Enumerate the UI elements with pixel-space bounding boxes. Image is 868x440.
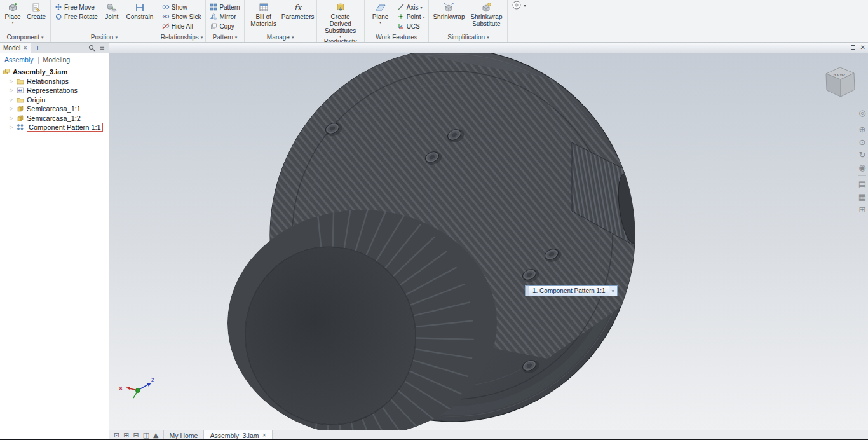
selection-tag-dropdown[interactable]: ▾	[609, 285, 618, 296]
tree-item-semicarcasa-1[interactable]: ▷ Semicarcasa_1:1	[0, 104, 109, 114]
panel-caption-pattern[interactable]: Pattern▾	[206, 32, 243, 42]
part-icon	[17, 105, 24, 113]
chevron-down-icon: ▾	[487, 35, 489, 40]
panel-caption-manage[interactable]: Manage▾	[245, 32, 316, 42]
tree-item-relationships[interactable]: ▷ Relationships	[0, 77, 109, 86]
full-navigation-wheel-icon[interactable]: ◎	[858, 108, 865, 118]
show-button[interactable]: Show	[161, 3, 203, 11]
axis-label: Axis	[407, 4, 419, 11]
bill-of-materials-icon	[258, 2, 269, 13]
orbit-icon[interactable]: ↻	[858, 150, 865, 160]
chevron-down-icon: ▾	[524, 3, 526, 8]
viewport-canvas[interactable]	[109, 53, 868, 430]
navbar-divider	[858, 175, 866, 176]
part-icon	[17, 114, 24, 122]
joint-button[interactable]: Joint	[101, 1, 123, 20]
ribbon-group-productivity: Create Derived Substitutes ▾ Productivit…	[317, 0, 365, 42]
viewcube[interactable]: TOP	[818, 60, 859, 100]
ribbon-group-component: Place ▾ Create Component▾	[0, 0, 51, 42]
ribbon-group-relationships: Show Show Sick Hide All Relationships▾	[158, 0, 207, 42]
shrinkwrap-button[interactable]: Shrinkwrap	[431, 1, 466, 20]
point-icon	[397, 13, 405, 20]
restore-icon[interactable]	[851, 45, 855, 50]
panel-caption-productivity[interactable]: Productivity	[317, 38, 364, 43]
bill-of-materials-button[interactable]: Bill of Materials	[247, 1, 280, 27]
panel-caption-work-features[interactable]: Work Features	[365, 32, 429, 42]
free-move-button[interactable]: Free Move	[53, 3, 99, 11]
new-browser-tab-button[interactable]: +	[31, 43, 44, 53]
selection-tag-label[interactable]: 1. Component Pattern 1:1	[529, 285, 609, 296]
tree-item-assembly-root[interactable]: Assembly_3.iam	[0, 67, 109, 77]
tree-item-component-pattern[interactable]: ▷ Component Pattern 1:1	[0, 123, 109, 132]
pattern-button[interactable]: Pattern	[208, 3, 241, 11]
chevron-down-icon: ▾	[115, 35, 118, 40]
folder-icon	[17, 78, 24, 85]
axis-button[interactable]: Axis ▾	[396, 3, 426, 11]
selection-tag[interactable]: 1. Component Pattern 1:1 ▾	[525, 285, 618, 296]
hide-all-button[interactable]: Hide All	[161, 22, 203, 31]
ribbon-group-manage: Bill of Materials fx Parameters Manage▾	[245, 0, 317, 42]
parameters-icon: fx	[292, 2, 304, 13]
constrain-button[interactable]: Constrain	[125, 1, 155, 20]
representations-icon	[17, 86, 24, 94]
subtab-modeling[interactable]: Modeling	[43, 56, 71, 64]
viewcube-top-label[interactable]: TOP	[832, 73, 846, 77]
panel-caption-component[interactable]: Component▾	[0, 32, 50, 42]
zoom-icon[interactable]: ⊙	[858, 137, 865, 147]
point-button[interactable]: Point ▾	[396, 12, 426, 21]
expander-icon[interactable]: ▷	[9, 88, 14, 93]
folder-icon	[17, 96, 24, 104]
panel-caption-simplification[interactable]: Simplification▾	[429, 32, 507, 42]
create-icon	[31, 2, 42, 13]
close-button[interactable]: ✕	[860, 44, 865, 51]
sheet-view-icon[interactable]: ▦	[858, 192, 866, 202]
free-rotate-button[interactable]: Free Rotate	[53, 12, 99, 21]
close-icon[interactable]: ✕	[23, 45, 27, 51]
show-sick-button[interactable]: Show Sick	[161, 12, 203, 21]
expander-icon[interactable]: ▷	[9, 97, 14, 102]
plane-button[interactable]: Plane ▾	[367, 1, 394, 24]
free-move-label: Free Move	[64, 4, 95, 11]
tree-item-semicarcasa-2[interactable]: ▷ Semicarcasa_1:2	[0, 114, 109, 123]
expander-icon[interactable]: ▷	[9, 79, 14, 84]
subtab-assembly[interactable]: Assembly	[4, 56, 34, 64]
selected-tree-label: Component Pattern 1:1	[27, 123, 103, 132]
tree-item-representations[interactable]: ▷ Representations	[0, 86, 109, 95]
model-browser: Model ✕ + ≡ Assembly Modeling Assembly_3…	[0, 43, 109, 440]
search-icon[interactable]	[88, 45, 95, 52]
panel-caption-position[interactable]: Position▾	[51, 32, 158, 42]
component-pattern-icon	[17, 123, 24, 131]
shrinkwrap-substitute-button[interactable]: Shrinkwrap Substitute	[468, 1, 505, 27]
browser-menu-icon[interactable]: ≡	[100, 45, 105, 52]
viewport: TOP ◎ ⊕ ⊙ ↻ ◉ ▤ ▦ ⊞ 1. Component Pattern…	[109, 53, 868, 430]
ucs-button[interactable]: UCS	[396, 22, 426, 31]
view-face-icon[interactable]: ▤	[858, 179, 866, 189]
minimize-button[interactable]: –	[843, 44, 846, 51]
create-button[interactable]: Create	[25, 1, 48, 20]
chevron-down-icon: ▾	[379, 20, 381, 24]
joint-icon	[106, 2, 118, 13]
parameters-label: Parameters	[281, 13, 315, 20]
close-icon[interactable]: ✕	[262, 432, 267, 438]
shrinkwrap-icon	[443, 2, 454, 13]
expander-icon[interactable]: ▷	[9, 116, 14, 121]
tree-item-origin[interactable]: ▷ Origin	[0, 95, 109, 105]
create-derived-substitutes-button[interactable]: Create Derived Substitutes ▾	[320, 1, 362, 38]
look-at-icon[interactable]: ◉	[858, 163, 865, 172]
window-zoom-icon[interactable]: ⊞	[858, 205, 865, 214]
pan-icon[interactable]: ⊕	[858, 125, 865, 134]
parameters-button[interactable]: fx Parameters	[282, 1, 314, 20]
mirror-button[interactable]: Mirror	[208, 12, 241, 21]
create-label: Create	[27, 13, 46, 20]
free-rotate-icon	[55, 13, 62, 20]
expander-icon[interactable]: ▷	[9, 106, 14, 111]
copy-button[interactable]: Copy	[208, 22, 241, 31]
place-button[interactable]: Place ▾	[3, 1, 23, 24]
panel-caption-relationships[interactable]: Relationships▾	[158, 32, 206, 42]
appearance-quick-button[interactable]: ▾	[510, 1, 527, 10]
hide-all-label: Hide All	[172, 23, 193, 30]
chevron-down-icon: ▾	[235, 35, 238, 40]
expander-icon[interactable]: ▷	[9, 125, 14, 130]
chevron-down-icon: ▾	[292, 35, 294, 40]
browser-tab-model[interactable]: Model ✕	[0, 43, 31, 53]
